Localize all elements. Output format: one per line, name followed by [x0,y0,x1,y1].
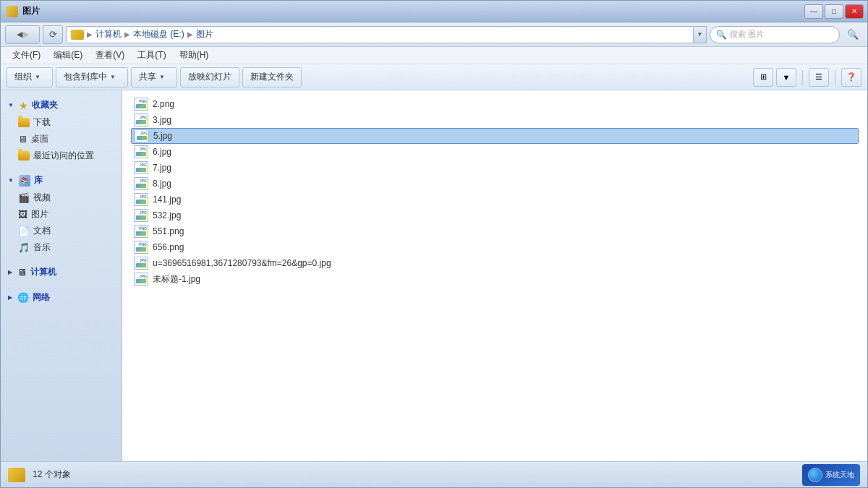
path-computer[interactable]: 计算机 [95,28,122,40]
recent-folder-icon [18,151,30,160]
search-submit-icon: 🔍 [847,29,859,40]
list-item[interactable]: PNG551.png [131,223,859,239]
path-disk[interactable]: 本地磁盘 (E:) [133,28,184,40]
file-type-label: JPG [140,163,147,167]
menu-edit[interactable]: 编辑(E) [48,48,88,63]
address-path[interactable]: ▶ 计算机 ▶ 本地磁盘 (E:) ▶ 图片 [66,26,694,43]
new-folder-label: 新建文件夹 [250,71,294,83]
file-name: 未标题-1.jpg [153,273,200,286]
list-item[interactable]: JPG3.jpg [131,112,859,128]
include-library-button[interactable]: 包含到库中 ▼ [56,67,128,87]
list-item[interactable]: JPG141.jpg [131,192,859,207]
organize-label: 组织 [14,71,32,83]
main-content: ▼ ★ 收藏夹 下载 🖥 桌面 最近访问的位置 [1,90,867,461]
music-icon: 🎵 [18,242,30,253]
menu-tools[interactable]: 工具(T) [132,48,171,63]
sidebar-item-video[interactable]: 🎬 视频 [1,189,122,206]
sidebar-item-music[interactable]: 🎵 音乐 [1,239,122,256]
share-button[interactable]: 共享 ▼ [131,67,177,87]
desktop-label: 桌面 [31,133,48,145]
list-item[interactable]: JPG7.jpg [131,160,859,176]
video-icon: 🎬 [18,192,30,203]
organize-button[interactable]: 组织 ▼ [7,67,53,87]
recent-label: 最近访问的位置 [33,150,94,162]
list-item[interactable]: PNG656.png [131,239,859,255]
list-item[interactable]: JPG6.jpg [131,144,859,160]
window-controls: — □ ✕ [804,4,864,19]
path-sep-2: ▶ [187,30,193,38]
sidebar-section-favorites: ▼ ★ 收藏夹 下载 🖥 桌面 最近访问的位置 [1,96,122,164]
computer-arrow: ▶ [8,269,12,275]
file-icon: PNG [134,225,148,238]
toolbar: 组织 ▼ 包含到库中 ▼ 共享 ▼ 放映幻灯片 新建文件夹 ⊞ ▼ ☰ ❓ [1,64,867,90]
refresh-icon: ⟳ [49,29,57,40]
computer-header[interactable]: ▶ 🖥 计算机 [1,263,122,281]
close-button[interactable]: ✕ [845,4,864,19]
status-count: 12 个对象 [33,468,71,481]
favorites-header[interactable]: ▼ ★ 收藏夹 [1,96,122,114]
favorites-label: 收藏夹 [32,99,58,111]
slideshow-button[interactable]: 放映幻灯片 [180,67,239,87]
file-type-label: JPG [140,194,147,199]
search-box[interactable]: 🔍 搜索 图片 [710,26,840,43]
file-icon: JPG [134,209,148,222]
sidebar: ▼ ★ 收藏夹 下载 🖥 桌面 最近访问的位置 [1,90,122,461]
maximize-button[interactable]: □ [825,4,843,19]
network-icon: 🌐 [17,292,29,303]
network-label: 网络 [33,291,50,304]
library-header[interactable]: ▼ 📚 库 [1,171,122,189]
list-item[interactable]: JPGu=3696516981,3671280793&fm=26&gp=0.jp… [131,255,859,271]
video-label: 视频 [33,192,51,204]
list-item[interactable]: JPG532.jpg [131,207,859,223]
list-item[interactable]: PNG2.png [131,96,859,112]
menu-help[interactable]: 帮助(H) [174,48,215,63]
file-type-label: JPG [140,274,147,278]
list-item[interactable]: JPG未标题-1.jpg [131,271,859,287]
file-name: 6.jpg [153,147,171,157]
sidebar-item-download[interactable]: 下载 [1,114,122,131]
organize-dropdown-icon: ▼ [35,74,45,80]
file-name: 141.jpg [153,194,181,205]
computer-label: 计算机 [30,266,56,278]
file-icon: JPG [134,177,148,190]
refresh-button[interactable]: ⟳ [43,25,63,44]
toolbar-divider2 [835,70,835,85]
list-item[interactable]: JPG5.jpg [131,128,859,144]
view-mode-button[interactable]: ⊞ [753,68,773,87]
preview-pane-button[interactable]: ☰ [809,68,829,87]
sidebar-item-desktop[interactable]: 🖥 桌面 [1,131,122,147]
file-name: 532.jpg [153,210,181,221]
file-icon: JPG [134,273,148,286]
file-icon: JPG [135,129,149,142]
minimize-button[interactable]: — [804,4,823,19]
file-icon: PNG [134,241,148,254]
file-type-label: JPG [140,147,147,151]
sidebar-section-library: ▼ 📚 库 🎬 视频 🖼 图片 📄 文档 🎵 [1,171,122,256]
menu-file[interactable]: 文件(F) [7,48,46,63]
download-label: 下载 [33,116,51,129]
menu-view[interactable]: 查看(V) [90,48,130,63]
network-header[interactable]: ▶ 🌐 网络 [1,288,122,307]
file-type-label: PNG [139,242,147,247]
file-name: 2.png [153,99,174,109]
file-icon: JPG [134,114,148,127]
sidebar-item-documents[interactable]: 📄 文档 [1,223,122,239]
toolbar-divider [802,70,803,85]
new-folder-button[interactable]: 新建文件夹 [242,67,302,87]
share-dropdown-icon: ▼ [159,74,169,80]
file-name: 7.jpg [153,163,171,173]
search-button[interactable]: 🔍 [843,26,863,43]
sidebar-item-recent[interactable]: 最近访问的位置 [1,147,122,164]
back-forward-button[interactable]: ◀ ▶ [5,25,40,44]
view-dropdown-button[interactable]: ▼ [776,68,796,87]
path-folder[interactable]: 图片 [196,28,213,40]
address-dropdown-button[interactable]: ▼ [694,26,707,43]
list-item[interactable]: JPG8.jpg [131,176,859,192]
music-label: 音乐 [33,241,51,254]
file-name: u=3696516981,3671280793&fm=26&gp=0.jpg [153,258,331,268]
help-button[interactable]: ❓ [841,68,861,87]
window: 图片 — □ ✕ ◀ ▶ ⟳ ▶ 计算机 ▶ 本地磁盘 (E:) ▶ 图片 [0,0,868,488]
sidebar-item-pictures[interactable]: 🖼 图片 [1,206,122,223]
file-type-label: JPG [140,131,148,135]
desktop-icon: 🖥 [18,134,27,145]
